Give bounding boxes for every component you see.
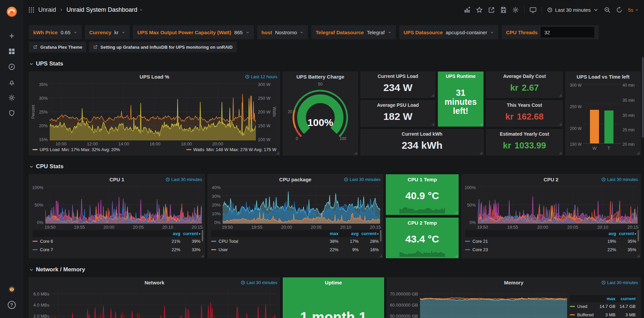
legend-row[interactable]: Core 6 21% 39% [33,237,201,245]
external-link-icon [93,45,98,49]
clock-icon [601,177,606,182]
panel-header[interactable]: Uptime [283,278,384,287]
time-range-picker[interactable]: Last 30 minutes [547,7,599,13]
add-panel-icon[interactable] [464,6,471,13]
legend-row[interactable]: User 22% 9% 16% [211,245,379,254]
user-avatar[interactable] [4,282,19,297]
external-link-icon [33,45,38,49]
battery-gauge[interactable]: 0 20 50 100 100% [288,83,352,150]
section-title: UPS Stats [36,60,63,67]
help-icon[interactable]: ? [4,297,19,313]
legend-row[interactable]: CPU Total 38% 17% 28% [211,237,379,245]
panel-header[interactable]: Average Daily Cost [487,72,562,81]
variable-host[interactable]: host Nostromo [257,25,308,39]
dashboard-link-plex-theme[interactable]: Grafana Plex Theme [29,42,86,52]
bar-time-left[interactable] [604,110,613,143]
panel-header[interactable]: CPU 1 Temp [386,175,458,184]
zoom-out-icon[interactable] [604,6,611,13]
panel-header[interactable]: CPU 2 Temp [386,218,458,227]
panel-title: UPS Battery Charge [296,74,344,80]
variable-ups-max-power[interactable]: UPS Max Output Power Capacity (Watt) 865 [133,25,254,39]
panel-time-range[interactable]: Last 30 minutes [344,177,380,182]
panel-header[interactable]: UPS Load % Last 12 hours [29,72,280,81]
page-scrollbar[interactable] [642,57,644,138]
variable-ups-datasource[interactable]: UPS Datasource apcupsd-container [399,25,498,39]
section-cpu-stats[interactable]: CPU Stats [29,163,641,170]
legend-row[interactable]: Used 14.7 GB 14.7 GB [570,302,636,311]
panel-header[interactable]: UPS Load vs Time left [566,72,640,81]
panel-time-range[interactable]: Last 12 hours [245,74,277,79]
panel-time-range[interactable]: Last 30 minutes [601,280,638,285]
legend-header[interactable]: max current [570,295,636,302]
grafana-logo[interactable] [4,4,19,19]
legend-row[interactable]: Core 7 22% 33% [33,245,201,254]
panel-header[interactable]: CPU 1 Last 30 minutes [29,175,204,184]
server-admin-icon[interactable] [4,105,19,121]
panel-header[interactable]: Memory Last 30 minutes [387,278,640,287]
legend-row[interactable]: Buffered 3 MB 3 MB [570,311,636,318]
caret-down-icon [388,31,392,34]
legend-scrollbar[interactable] [202,230,203,241]
panel-header[interactable]: UPS Battery Charge [283,72,358,81]
legend-item[interactable]: Watts Min: 148 W Max: 278 W Avg: 175 W [186,147,276,152]
variable-telegraf-datasource[interactable]: Telegraf Datasource Telegraf [311,25,396,39]
legend-row[interactable]: Core 23 22% 35% [465,245,637,254]
cpu-threads-input[interactable] [541,27,594,38]
stat-value: 234 W [361,81,435,97]
legend-item[interactable]: UPS Load Min: 17% Max: 32% Avg: 20% [33,147,120,152]
legend-scrollbar[interactable] [380,230,381,241]
dashboards-icon[interactable] [4,44,19,59]
variable-kwh-price[interactable]: kWh Price 0.65 [29,25,82,39]
panel-header[interactable]: Estimated Yearly Cost [487,130,562,138]
panel-header[interactable]: Network Last 30 minutes [29,278,280,287]
variable-currency[interactable]: Currency kr [85,25,130,39]
network-graph[interactable] [51,289,277,318]
apps-grid-icon[interactable] [28,6,35,13]
configuration-icon[interactable] [4,90,19,105]
panel-header[interactable]: UPS Runtime [438,72,483,81]
legend-swatch [465,249,470,250]
panel-header[interactable]: CPU package Last 30 minutes [208,175,383,184]
breadcrumb-app[interactable]: Unraid [38,6,56,13]
cpu2-graph[interactable]: 19:50 19:55 20:00 20:05 20:10 20:15 [478,186,638,224]
tv-mode-icon[interactable] [530,6,537,13]
legend-header[interactable]: avg current▾ [33,230,201,237]
save-icon[interactable] [500,6,507,13]
bar-watts[interactable] [590,110,599,143]
alerting-icon[interactable] [4,75,19,90]
panel-title: UPS Load vs Time left [577,74,629,80]
memory-graph[interactable] [420,289,567,318]
bars-chart[interactable]: 300 W 250 W 200 W 150 W W T 40 min [566,81,640,152]
refresh-interval-dropdown[interactable]: 5s [628,7,639,13]
cpu-package-graph[interactable]: 19:50 19:55 20:00 20:05 20:10 20:15 [223,186,380,224]
star-icon[interactable] [476,6,483,13]
panel-time-range[interactable]: Last 30 minutes [601,177,638,182]
section-network-memory[interactable]: Network / Memory [29,266,641,273]
panel-header[interactable]: Average PSU Load [361,101,435,109]
legend-scrollbar[interactable] [638,230,639,241]
panel-title: UPS Runtime [446,74,476,79]
legend-header[interactable]: avg current▾ [465,230,637,237]
explore-icon[interactable] [4,59,19,75]
ups-load-graph[interactable]: 10:00 12:00 14:00 16:00 18:00 20:00 [50,83,256,140]
panel-time-range[interactable]: Last 30 minutes [166,177,202,182]
cpu1-graph[interactable]: 19:50 19:55 20:00 20:05 20:10 20:15 [45,186,202,224]
dashboard-title[interactable]: Unraid System Dashboard [66,6,143,13]
panel-header[interactable]: CPU 2 Last 30 minutes [462,175,640,184]
panel-header[interactable]: This Years Cost [487,101,562,109]
legend-row[interactable]: Core 21 19% 35% [465,237,637,245]
panel-header[interactable]: Current Load kWh [361,130,483,138]
create-icon[interactable] [4,28,19,44]
dashboard-settings-icon[interactable] [512,6,519,13]
section-ups-stats[interactable]: UPS Stats [29,60,641,67]
legend-header[interactable]: max avg current▾ [211,230,379,237]
navbar: Unraid Unraid System Dashboard [23,0,644,20]
dashboard-link-ups-guide[interactable]: Setting up Grafana and InfluxDB for UPS … [89,42,237,52]
gauge-value: 100% [288,117,352,128]
refresh-icon[interactable] [616,6,623,13]
graph-legend: avg current▾ Core 6 21% 39% Core 7 22% 3… [33,230,201,254]
sort-caret-icon: ▾ [199,232,200,236]
panel-time-range[interactable]: Last 30 minutes [241,280,277,285]
panel-header[interactable]: Current UPS Load [361,72,435,81]
share-icon[interactable] [488,6,495,13]
